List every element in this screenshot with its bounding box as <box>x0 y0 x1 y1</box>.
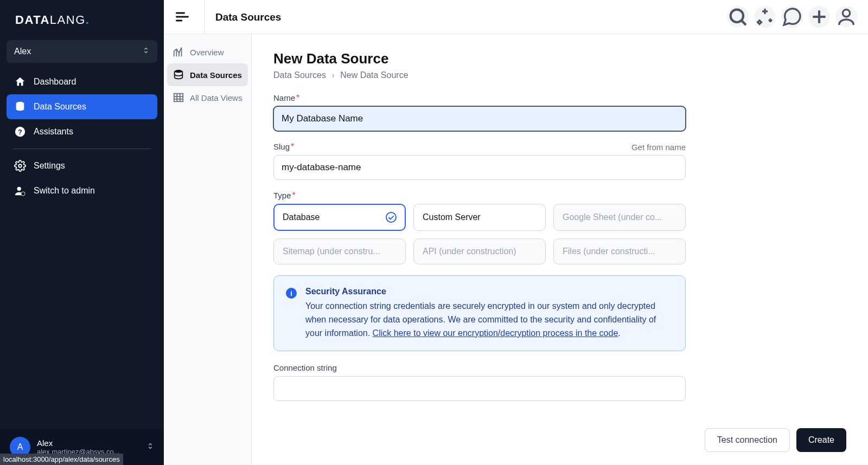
connection-input[interactable] <box>273 376 686 401</box>
breadcrumb-root[interactable]: Data Sources <box>273 70 326 80</box>
svg-text:?: ? <box>18 128 22 136</box>
type-custom-server-label: Custom Server <box>423 212 481 222</box>
page-title: New Data Source <box>273 50 846 67</box>
brand-logo: DATALANG. <box>0 0 164 40</box>
type-database[interactable]: Database <box>273 204 406 231</box>
info-body-post: . <box>618 328 620 338</box>
chevron-right-icon: › <box>331 70 334 80</box>
type-database-label: Database <box>283 212 320 222</box>
brand-dot: . <box>86 13 90 27</box>
subnav: Overview Data Sources All Data Views <box>164 34 252 465</box>
encryption-link[interactable]: Click here to view our encryption/decryp… <box>373 328 618 338</box>
user-switch-icon <box>14 185 26 197</box>
sidebar: DATALANG. Alex Dashboard Data Sources ? … <box>0 0 164 465</box>
subnav-overview-label: Overview <box>190 48 224 57</box>
field-name: Name* <box>273 93 686 131</box>
type-api-label: API (under construction) <box>423 247 516 256</box>
nav-assistants-label: Assistants <box>34 127 73 137</box>
connection-label: Connection string <box>273 363 337 372</box>
chevron-updown-icon <box>146 442 154 452</box>
type-sitemap-label: Sitemap (under constru... <box>283 247 380 256</box>
nav-divider <box>13 148 151 149</box>
primary-nav: Dashboard Data Sources ? Assistants Sett… <box>0 69 164 203</box>
field-slug: Slug* Get from name <box>273 142 686 180</box>
home-icon <box>14 76 26 88</box>
svg-point-4 <box>17 187 21 191</box>
database-icon <box>173 69 184 81</box>
get-from-name-link[interactable]: Get from name <box>631 143 686 152</box>
chat-button[interactable] <box>781 6 803 28</box>
nav-dashboard-label: Dashboard <box>34 77 76 87</box>
subnav-all-data-views[interactable]: All Data Views <box>167 86 248 109</box>
menu-toggle-icon[interactable] <box>175 9 190 24</box>
footer-actions: Test connection Create <box>705 428 846 452</box>
slug-label: Slug <box>273 142 290 151</box>
breadcrumb: Data Sources › New Data Source <box>273 70 846 80</box>
svg-point-13 <box>843 10 850 17</box>
info-title: Security Assurance <box>305 287 673 296</box>
svg-rect-15 <box>174 94 183 102</box>
subnav-all-data-views-label: All Data Views <box>190 93 242 102</box>
status-url-tooltip: localhost:3000/app/alex/data/sources <box>0 454 123 465</box>
slug-input[interactable] <box>273 155 686 180</box>
workspace-selector[interactable]: Alex <box>7 40 157 63</box>
nav-data-sources[interactable]: Data Sources <box>7 94 157 119</box>
field-type: Type* Database Custom Server Google Shee… <box>273 191 686 264</box>
test-connection-button[interactable]: Test connection <box>705 428 790 452</box>
user-name: Alex <box>37 438 140 448</box>
name-input[interactable] <box>273 106 686 131</box>
name-label: Name <box>273 93 295 102</box>
chart-icon <box>173 46 184 58</box>
field-connection: Connection string <box>273 363 686 401</box>
svg-point-5 <box>21 192 25 196</box>
type-custom-server[interactable]: Custom Server <box>413 204 546 231</box>
svg-point-9 <box>731 10 743 22</box>
brand-part2: LANG <box>50 13 86 27</box>
type-google-sheet-label: Google Sheet (under co... <box>563 212 662 222</box>
topbar: Data Sources <box>164 0 868 34</box>
check-circle-icon <box>386 212 397 223</box>
nav-settings[interactable]: Settings <box>7 153 157 178</box>
page-section-title: Data Sources <box>204 0 281 34</box>
type-files-label: Files (under constructi... <box>563 247 655 256</box>
table-icon <box>173 92 184 104</box>
nav-dashboard[interactable]: Dashboard <box>7 69 157 94</box>
sparkle-button[interactable] <box>754 6 776 28</box>
subnav-data-sources-label: Data Sources <box>190 70 242 80</box>
info-icon: i <box>286 288 297 299</box>
breadcrumb-current: New Data Source <box>340 70 408 80</box>
type-google-sheet[interactable]: Google Sheet (under co... <box>553 204 686 231</box>
subnav-data-sources[interactable]: Data Sources <box>167 63 248 86</box>
svg-point-14 <box>175 70 183 73</box>
help-icon: ? <box>14 126 26 138</box>
nav-switch-admin-label: Switch to admin <box>34 186 95 196</box>
add-button[interactable] <box>808 6 830 28</box>
topbar-actions <box>727 6 857 28</box>
nav-switch-admin[interactable]: Switch to admin <box>7 178 157 203</box>
type-sitemap[interactable]: Sitemap (under constru... <box>273 238 406 264</box>
security-info-panel: i Security Assurance Your connection str… <box>273 275 686 351</box>
main-content: New Data Source Data Sources › New Data … <box>252 34 868 465</box>
nav-settings-label: Settings <box>34 161 65 171</box>
gear-icon <box>14 160 26 172</box>
info-body: Your connection string credentials are s… <box>305 300 673 340</box>
nav-data-sources-label: Data Sources <box>34 102 86 112</box>
brand-part1: DATA <box>15 13 50 27</box>
create-button[interactable]: Create <box>796 428 846 452</box>
search-button[interactable] <box>727 6 749 28</box>
svg-point-3 <box>18 164 22 167</box>
type-files[interactable]: Files (under constructi... <box>553 238 686 264</box>
type-api[interactable]: API (under construction) <box>413 238 546 264</box>
svg-line-10 <box>742 21 746 25</box>
profile-button[interactable] <box>835 6 857 28</box>
workspace-name: Alex <box>14 47 31 56</box>
subnav-overview[interactable]: Overview <box>167 41 248 63</box>
database-icon <box>14 101 26 113</box>
chevron-updown-icon <box>142 47 150 56</box>
type-label: Type <box>273 191 291 200</box>
nav-assistants[interactable]: ? Assistants <box>7 119 157 144</box>
